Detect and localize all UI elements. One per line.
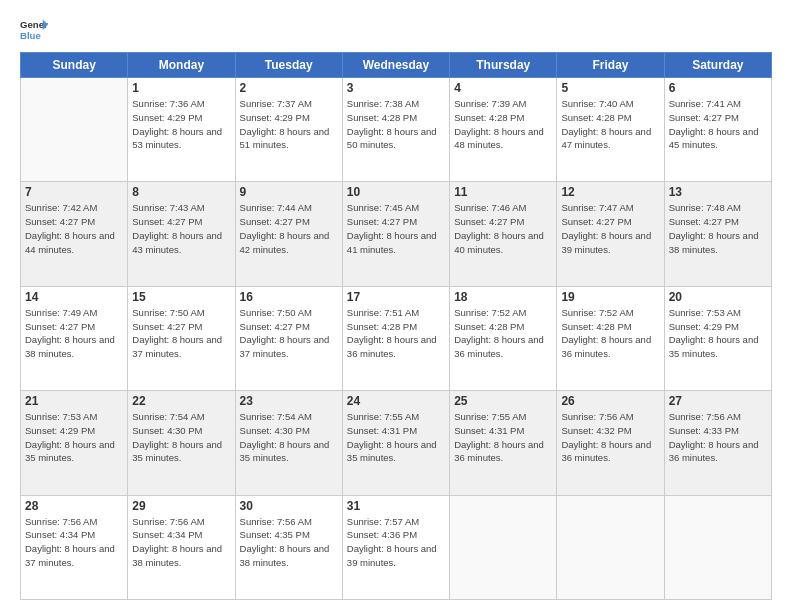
day-info: Sunrise: 7:54 AMSunset: 4:30 PMDaylight:… bbox=[132, 410, 230, 465]
calendar-cell: 23Sunrise: 7:54 AMSunset: 4:30 PMDayligh… bbox=[235, 391, 342, 495]
weekday-header-friday: Friday bbox=[557, 53, 664, 78]
calendar-cell: 17Sunrise: 7:51 AMSunset: 4:28 PMDayligh… bbox=[342, 286, 449, 390]
day-info: Sunrise: 7:55 AMSunset: 4:31 PMDaylight:… bbox=[347, 410, 445, 465]
calendar-cell: 21Sunrise: 7:53 AMSunset: 4:29 PMDayligh… bbox=[21, 391, 128, 495]
calendar-cell bbox=[557, 495, 664, 599]
calendar-week-row: 1Sunrise: 7:36 AMSunset: 4:29 PMDaylight… bbox=[21, 78, 772, 182]
weekday-header-wednesday: Wednesday bbox=[342, 53, 449, 78]
day-number: 8 bbox=[132, 185, 230, 199]
calendar-cell: 20Sunrise: 7:53 AMSunset: 4:29 PMDayligh… bbox=[664, 286, 771, 390]
calendar-cell: 31Sunrise: 7:57 AMSunset: 4:36 PMDayligh… bbox=[342, 495, 449, 599]
day-info: Sunrise: 7:44 AMSunset: 4:27 PMDaylight:… bbox=[240, 201, 338, 256]
weekday-header-monday: Monday bbox=[128, 53, 235, 78]
day-number: 17 bbox=[347, 290, 445, 304]
calendar-cell: 2Sunrise: 7:37 AMSunset: 4:29 PMDaylight… bbox=[235, 78, 342, 182]
calendar-cell: 7Sunrise: 7:42 AMSunset: 4:27 PMDaylight… bbox=[21, 182, 128, 286]
day-number: 23 bbox=[240, 394, 338, 408]
day-info: Sunrise: 7:46 AMSunset: 4:27 PMDaylight:… bbox=[454, 201, 552, 256]
day-info: Sunrise: 7:39 AMSunset: 4:28 PMDaylight:… bbox=[454, 97, 552, 152]
day-info: Sunrise: 7:45 AMSunset: 4:27 PMDaylight:… bbox=[347, 201, 445, 256]
day-number: 28 bbox=[25, 499, 123, 513]
header: General Blue bbox=[20, 16, 772, 44]
day-info: Sunrise: 7:43 AMSunset: 4:27 PMDaylight:… bbox=[132, 201, 230, 256]
svg-text:Blue: Blue bbox=[20, 30, 41, 41]
logo: General Blue bbox=[20, 16, 48, 44]
day-info: Sunrise: 7:56 AMSunset: 4:34 PMDaylight:… bbox=[132, 515, 230, 570]
day-number: 1 bbox=[132, 81, 230, 95]
calendar-cell: 9Sunrise: 7:44 AMSunset: 4:27 PMDaylight… bbox=[235, 182, 342, 286]
day-number: 4 bbox=[454, 81, 552, 95]
day-info: Sunrise: 7:42 AMSunset: 4:27 PMDaylight:… bbox=[25, 201, 123, 256]
calendar-cell: 14Sunrise: 7:49 AMSunset: 4:27 PMDayligh… bbox=[21, 286, 128, 390]
calendar-cell: 27Sunrise: 7:56 AMSunset: 4:33 PMDayligh… bbox=[664, 391, 771, 495]
day-info: Sunrise: 7:50 AMSunset: 4:27 PMDaylight:… bbox=[132, 306, 230, 361]
day-info: Sunrise: 7:48 AMSunset: 4:27 PMDaylight:… bbox=[669, 201, 767, 256]
day-number: 6 bbox=[669, 81, 767, 95]
calendar-cell: 25Sunrise: 7:55 AMSunset: 4:31 PMDayligh… bbox=[450, 391, 557, 495]
day-info: Sunrise: 7:41 AMSunset: 4:27 PMDaylight:… bbox=[669, 97, 767, 152]
calendar-cell bbox=[664, 495, 771, 599]
calendar-cell: 26Sunrise: 7:56 AMSunset: 4:32 PMDayligh… bbox=[557, 391, 664, 495]
day-info: Sunrise: 7:38 AMSunset: 4:28 PMDaylight:… bbox=[347, 97, 445, 152]
day-number: 18 bbox=[454, 290, 552, 304]
day-info: Sunrise: 7:56 AMSunset: 4:35 PMDaylight:… bbox=[240, 515, 338, 570]
calendar-cell: 4Sunrise: 7:39 AMSunset: 4:28 PMDaylight… bbox=[450, 78, 557, 182]
day-number: 19 bbox=[561, 290, 659, 304]
day-number: 27 bbox=[669, 394, 767, 408]
calendar-cell: 8Sunrise: 7:43 AMSunset: 4:27 PMDaylight… bbox=[128, 182, 235, 286]
calendar-cell: 11Sunrise: 7:46 AMSunset: 4:27 PMDayligh… bbox=[450, 182, 557, 286]
calendar-cell: 19Sunrise: 7:52 AMSunset: 4:28 PMDayligh… bbox=[557, 286, 664, 390]
day-number: 5 bbox=[561, 81, 659, 95]
weekday-header-sunday: Sunday bbox=[21, 53, 128, 78]
calendar-cell: 16Sunrise: 7:50 AMSunset: 4:27 PMDayligh… bbox=[235, 286, 342, 390]
day-info: Sunrise: 7:54 AMSunset: 4:30 PMDaylight:… bbox=[240, 410, 338, 465]
calendar-cell: 29Sunrise: 7:56 AMSunset: 4:34 PMDayligh… bbox=[128, 495, 235, 599]
day-info: Sunrise: 7:56 AMSunset: 4:34 PMDaylight:… bbox=[25, 515, 123, 570]
day-info: Sunrise: 7:51 AMSunset: 4:28 PMDaylight:… bbox=[347, 306, 445, 361]
day-info: Sunrise: 7:37 AMSunset: 4:29 PMDaylight:… bbox=[240, 97, 338, 152]
day-number: 20 bbox=[669, 290, 767, 304]
day-info: Sunrise: 7:56 AMSunset: 4:33 PMDaylight:… bbox=[669, 410, 767, 465]
day-info: Sunrise: 7:53 AMSunset: 4:29 PMDaylight:… bbox=[25, 410, 123, 465]
day-info: Sunrise: 7:53 AMSunset: 4:29 PMDaylight:… bbox=[669, 306, 767, 361]
calendar-cell: 6Sunrise: 7:41 AMSunset: 4:27 PMDaylight… bbox=[664, 78, 771, 182]
weekday-header-row: SundayMondayTuesdayWednesdayThursdayFrid… bbox=[21, 53, 772, 78]
day-info: Sunrise: 7:55 AMSunset: 4:31 PMDaylight:… bbox=[454, 410, 552, 465]
calendar-cell: 24Sunrise: 7:55 AMSunset: 4:31 PMDayligh… bbox=[342, 391, 449, 495]
calendar-week-row: 21Sunrise: 7:53 AMSunset: 4:29 PMDayligh… bbox=[21, 391, 772, 495]
day-info: Sunrise: 7:49 AMSunset: 4:27 PMDaylight:… bbox=[25, 306, 123, 361]
calendar-cell: 30Sunrise: 7:56 AMSunset: 4:35 PMDayligh… bbox=[235, 495, 342, 599]
day-number: 25 bbox=[454, 394, 552, 408]
day-number: 29 bbox=[132, 499, 230, 513]
day-number: 31 bbox=[347, 499, 445, 513]
day-number: 12 bbox=[561, 185, 659, 199]
day-number: 21 bbox=[25, 394, 123, 408]
day-info: Sunrise: 7:52 AMSunset: 4:28 PMDaylight:… bbox=[454, 306, 552, 361]
calendar-week-row: 28Sunrise: 7:56 AMSunset: 4:34 PMDayligh… bbox=[21, 495, 772, 599]
day-number: 11 bbox=[454, 185, 552, 199]
day-number: 13 bbox=[669, 185, 767, 199]
calendar-week-row: 7Sunrise: 7:42 AMSunset: 4:27 PMDaylight… bbox=[21, 182, 772, 286]
day-number: 30 bbox=[240, 499, 338, 513]
calendar-cell: 18Sunrise: 7:52 AMSunset: 4:28 PMDayligh… bbox=[450, 286, 557, 390]
calendar-week-row: 14Sunrise: 7:49 AMSunset: 4:27 PMDayligh… bbox=[21, 286, 772, 390]
weekday-header-thursday: Thursday bbox=[450, 53, 557, 78]
calendar-cell: 3Sunrise: 7:38 AMSunset: 4:28 PMDaylight… bbox=[342, 78, 449, 182]
calendar-cell: 12Sunrise: 7:47 AMSunset: 4:27 PMDayligh… bbox=[557, 182, 664, 286]
day-number: 14 bbox=[25, 290, 123, 304]
calendar-cell: 5Sunrise: 7:40 AMSunset: 4:28 PMDaylight… bbox=[557, 78, 664, 182]
calendar-cell: 10Sunrise: 7:45 AMSunset: 4:27 PMDayligh… bbox=[342, 182, 449, 286]
day-number: 2 bbox=[240, 81, 338, 95]
day-number: 15 bbox=[132, 290, 230, 304]
day-info: Sunrise: 7:47 AMSunset: 4:27 PMDaylight:… bbox=[561, 201, 659, 256]
day-number: 24 bbox=[347, 394, 445, 408]
day-number: 3 bbox=[347, 81, 445, 95]
weekday-header-saturday: Saturday bbox=[664, 53, 771, 78]
day-info: Sunrise: 7:40 AMSunset: 4:28 PMDaylight:… bbox=[561, 97, 659, 152]
day-info: Sunrise: 7:56 AMSunset: 4:32 PMDaylight:… bbox=[561, 410, 659, 465]
day-info: Sunrise: 7:57 AMSunset: 4:36 PMDaylight:… bbox=[347, 515, 445, 570]
calendar-cell: 1Sunrise: 7:36 AMSunset: 4:29 PMDaylight… bbox=[128, 78, 235, 182]
calendar-cell: 15Sunrise: 7:50 AMSunset: 4:27 PMDayligh… bbox=[128, 286, 235, 390]
day-info: Sunrise: 7:52 AMSunset: 4:28 PMDaylight:… bbox=[561, 306, 659, 361]
logo-icon: General Blue bbox=[20, 16, 48, 44]
